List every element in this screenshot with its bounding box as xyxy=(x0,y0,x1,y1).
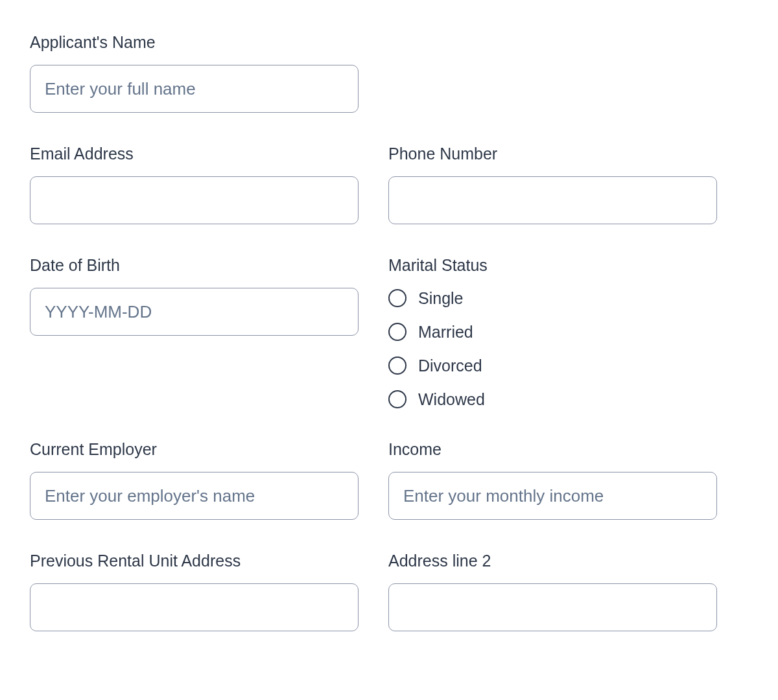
marital-status-radio-group: Single Married Divorced Widowed xyxy=(388,289,717,408)
employer-input[interactable] xyxy=(30,472,359,520)
email-label: Email Address xyxy=(30,144,359,163)
radio-label-widowed: Widowed xyxy=(418,391,485,408)
employer-label: Current Employer xyxy=(30,439,359,459)
applicant-name-group: Applicant's Name xyxy=(30,32,359,113)
radio-icon xyxy=(388,323,407,341)
prev-address-input[interactable] xyxy=(30,583,359,631)
phone-input[interactable] xyxy=(388,176,717,224)
applicant-name-input[interactable] xyxy=(30,65,359,113)
radio-icon xyxy=(388,356,407,375)
income-input[interactable] xyxy=(388,472,717,520)
phone-label: Phone Number xyxy=(388,144,717,163)
marital-status-option-married[interactable]: Married xyxy=(388,323,717,341)
employer-group: Current Employer xyxy=(30,439,359,520)
dob-input[interactable] xyxy=(30,288,359,336)
email-input[interactable] xyxy=(30,176,359,224)
radio-label-divorced: Divorced xyxy=(418,358,482,374)
application-form: Applicant's Name Email Address Phone Num… xyxy=(30,32,717,631)
address2-input[interactable] xyxy=(388,583,717,631)
address2-group: Address line 2 xyxy=(388,551,717,631)
marital-status-option-single[interactable]: Single xyxy=(388,289,717,307)
marital-status-option-widowed[interactable]: Widowed xyxy=(388,390,717,408)
prev-address-group: Previous Rental Unit Address xyxy=(30,551,359,631)
radio-icon xyxy=(388,390,407,408)
address2-label: Address line 2 xyxy=(388,551,717,570)
applicant-name-label: Applicant's Name xyxy=(30,32,359,52)
marital-status-label: Marital Status xyxy=(388,255,717,275)
marital-status-option-divorced[interactable]: Divorced xyxy=(388,356,717,375)
empty-cell xyxy=(388,32,717,113)
prev-address-label: Previous Rental Unit Address xyxy=(30,551,359,570)
dob-group: Date of Birth xyxy=(30,255,359,408)
radio-label-single: Single xyxy=(418,290,464,307)
radio-icon xyxy=(388,289,407,307)
phone-group: Phone Number xyxy=(388,144,717,224)
income-label: Income xyxy=(388,439,717,459)
dob-label: Date of Birth xyxy=(30,255,359,275)
income-group: Income xyxy=(388,439,717,520)
email-group: Email Address xyxy=(30,144,359,224)
marital-status-group: Marital Status Single Married Divorced W… xyxy=(388,255,717,408)
radio-label-married: Married xyxy=(418,324,473,340)
